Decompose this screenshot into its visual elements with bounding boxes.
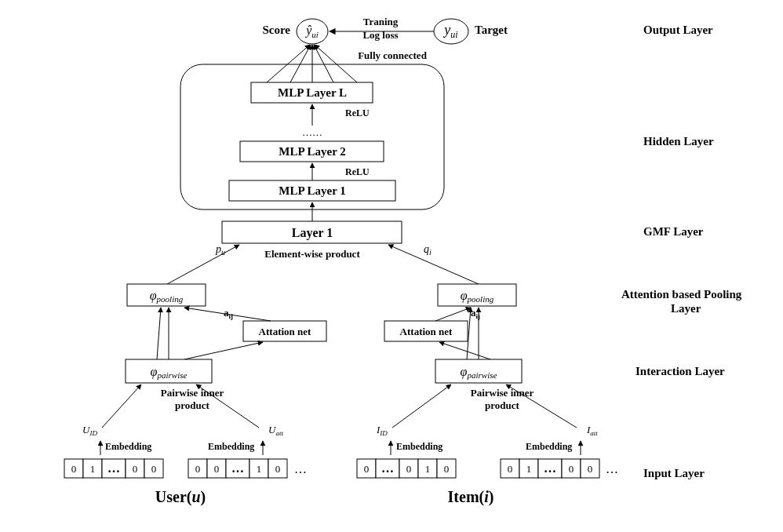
input-layer-label: Input Layer bbox=[643, 467, 705, 479]
pair-to-attnet-i bbox=[439, 342, 490, 359]
iid-to-pair bbox=[392, 384, 451, 428]
svg-text:0: 0 bbox=[71, 463, 77, 475]
iatt-dots: … bbox=[606, 462, 618, 476]
relu-label-2: ReLU bbox=[345, 166, 370, 177]
pair-to-attnet-u bbox=[184, 342, 263, 359]
user-attation-net-text: Attation net bbox=[259, 326, 311, 337]
iid-vector: 0 … 0 1 0 bbox=[357, 459, 456, 478]
score-symbol: ŷui bbox=[304, 24, 319, 39]
gmf-layer-text: Layer 1 bbox=[292, 226, 333, 240]
svg-text:0: 0 bbox=[444, 463, 450, 475]
iatt-label: Iatt bbox=[586, 424, 598, 437]
svg-text:0: 0 bbox=[275, 463, 281, 475]
svg-text:1: 1 bbox=[526, 463, 532, 475]
pu-label: pu bbox=[215, 243, 225, 257]
item-label: Item(i) bbox=[448, 488, 494, 506]
gmf-layer-label: GMF Layer bbox=[643, 225, 704, 238]
mlp-to-score-line bbox=[315, 45, 357, 82]
item-pip-1: Pairwise inner bbox=[471, 387, 534, 399]
output-layer-label: Output Layer bbox=[643, 24, 713, 36]
uid-to-pair bbox=[102, 384, 141, 428]
mlp-layer-1-text: MLP Layer 1 bbox=[279, 184, 346, 197]
svg-text:0: 0 bbox=[364, 463, 370, 475]
training-text: Traning bbox=[363, 16, 399, 27]
interaction-layer-label: Interaction Layer bbox=[636, 365, 725, 377]
mlp-layer-2-text: MLP Layer 2 bbox=[279, 145, 346, 158]
fully-connected-label: Fully connected bbox=[358, 49, 428, 61]
user-label: User(u) bbox=[155, 488, 206, 506]
mlp-to-score-line bbox=[314, 45, 333, 82]
mlp-to-score-line bbox=[290, 45, 311, 82]
logloss-text: Log loss bbox=[362, 29, 398, 41]
user-pip-2: product bbox=[175, 399, 209, 411]
attention-layer-label-2: Layer bbox=[671, 302, 701, 315]
iatt-vector: 0 1 … 0 0 bbox=[501, 459, 599, 478]
hidden-layer-label: Hidden Layer bbox=[643, 135, 714, 148]
pair-to-pool-u bbox=[157, 308, 161, 359]
svg-text:…: … bbox=[107, 461, 120, 475]
qi-label: qi bbox=[424, 243, 432, 257]
svg-text:0: 0 bbox=[588, 463, 593, 475]
embed-label-iatt: Embedding bbox=[526, 441, 572, 452]
item-attation-net-text: Attation net bbox=[400, 326, 453, 337]
architecture-diagram: ŷui Score yui Target Traning Log loss Fu… bbox=[0, 0, 783, 532]
relu-label-1: ReLU bbox=[345, 107, 370, 118]
item-pip-2: product bbox=[485, 399, 519, 411]
mlp-layer-L-text: MLP Layer L bbox=[278, 86, 347, 99]
mlp-to-score-line bbox=[267, 45, 310, 82]
svg-text:…: … bbox=[381, 461, 394, 475]
iid-label: IID bbox=[376, 424, 388, 437]
pool-i-to-gmf-arrow bbox=[388, 245, 479, 284]
svg-text:0: 0 bbox=[133, 463, 138, 475]
svg-text:0: 0 bbox=[508, 463, 513, 475]
svg-text:0: 0 bbox=[406, 463, 412, 475]
attnet-to-pool-i bbox=[435, 308, 471, 321]
embed-label-uatt: Embedding bbox=[208, 441, 254, 452]
uatt-dots: … bbox=[294, 462, 307, 476]
target-symbol: yui bbox=[442, 22, 457, 40]
svg-text:1: 1 bbox=[90, 463, 96, 475]
pool-u-to-gmf-arrow bbox=[167, 245, 239, 284]
attention-layer-label-1: Attention based Pooling bbox=[621, 288, 742, 301]
embed-label-iid: Embedding bbox=[396, 441, 442, 452]
score-label: Score bbox=[262, 24, 290, 36]
svg-text:1: 1 bbox=[257, 463, 262, 475]
svg-text:0: 0 bbox=[214, 463, 220, 475]
uatt-vector: 0 0 … 1 0 bbox=[188, 459, 287, 478]
svg-text:…: … bbox=[231, 461, 244, 475]
ewp-label: Element-wise product bbox=[264, 248, 360, 260]
target-label: Target bbox=[475, 24, 508, 36]
svg-text:0: 0 bbox=[569, 463, 574, 475]
uid-label: UID bbox=[82, 424, 97, 437]
embed-label-uid: Embedding bbox=[105, 441, 151, 452]
svg-text:0: 0 bbox=[195, 463, 201, 475]
uatt-label: Uatt bbox=[268, 424, 283, 437]
svg-text:1: 1 bbox=[425, 463, 431, 475]
uid-vector: 0 1 … 0 0 bbox=[64, 459, 163, 478]
svg-text:0: 0 bbox=[151, 463, 157, 475]
svg-text:…: … bbox=[544, 461, 556, 475]
dots-text: …… bbox=[302, 126, 322, 138]
